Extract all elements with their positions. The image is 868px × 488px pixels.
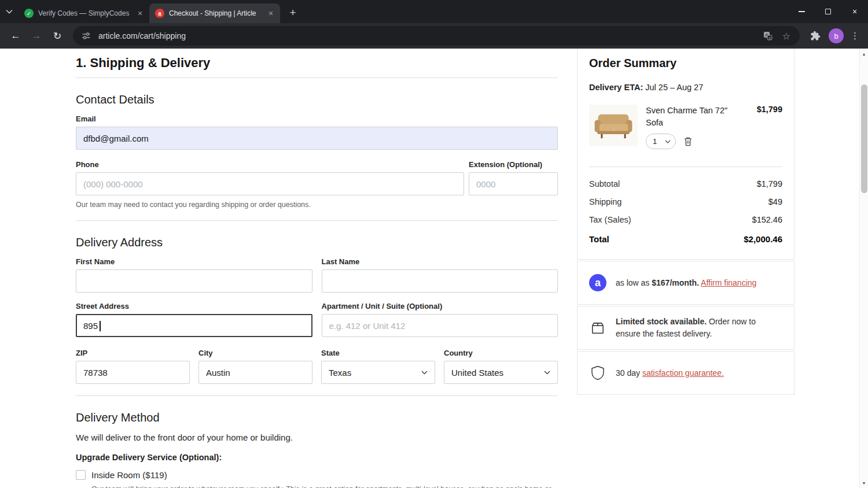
zip-input[interactable] (76, 361, 190, 384)
section-divider (76, 395, 558, 396)
phone-label: Phone (76, 160, 464, 169)
order-summary-heading: Order Summary (589, 57, 782, 70)
country-selected-value: United States (451, 368, 503, 378)
trash-icon (683, 136, 693, 146)
last-name-label: Last Name (322, 257, 558, 266)
delivery-method-description: We will deliver to the front door of you… (76, 432, 558, 442)
first-name-label: First Name (76, 257, 312, 266)
address-bar[interactable]: article.com/cart/shipping Aa ☆ (73, 26, 800, 46)
remove-item-button[interactable] (683, 136, 693, 146)
email-label: Email (76, 114, 558, 123)
bookmark-star-icon[interactable]: ☆ (780, 29, 793, 42)
phone-input[interactable] (76, 172, 464, 195)
minimize-button[interactable] (788, 0, 815, 23)
affirm-text: as low as $167/month. Affirm financing (616, 277, 756, 289)
chevron-down-icon (421, 371, 428, 375)
country-select[interactable]: United States (444, 361, 558, 384)
inside-room-checkbox[interactable] (76, 470, 86, 480)
new-tab-button[interactable]: + (285, 5, 301, 21)
sofa-illustration (593, 109, 634, 142)
cart-item: Sven Charme Tan 72" Sofa $1,799 1 (589, 105, 782, 149)
browser-window: ✓ Verify Codes — SimplyCodes × a Checkou… (0, 0, 868, 488)
tax-value: $152.46 (752, 211, 782, 229)
affirm-financing-box: a as low as $167/month. Affirm financing (577, 261, 795, 305)
zip-label: ZIP (76, 349, 190, 357)
chevron-down-icon (6, 9, 13, 14)
state-selected-value: Texas (329, 368, 351, 378)
tab-search-button[interactable] (0, 0, 19, 23)
simplycodes-favicon-icon: ✓ (24, 9, 34, 18)
extension-input[interactable] (469, 172, 558, 195)
browser-toolbar: ← → ↻ article.com/cart/shipping Aa ☆ b ⋮ (0, 23, 868, 49)
tax-label: Tax (Sales) (589, 211, 631, 229)
affirm-prefix: as low as (616, 278, 652, 287)
guarantee-text: 30 day satisfaction guarantee. (616, 367, 724, 379)
order-summary-box: Order Summary Delivery ETA: Jul 25 – Aug… (577, 49, 795, 260)
tab-close-icon[interactable]: × (266, 9, 275, 18)
shield-icon (589, 365, 606, 380)
state-select[interactable]: Texas (321, 361, 435, 384)
apartment-input[interactable] (322, 314, 558, 337)
affirm-financing-link[interactable]: Affirm financing (701, 278, 756, 287)
profile-avatar[interactable]: b (829, 28, 844, 43)
maximize-button[interactable] (815, 0, 841, 23)
tab-simplycodes[interactable]: ✓ Verify Codes — SimplyCodes × (19, 3, 149, 23)
scrollbar-thumb[interactable] (861, 84, 867, 193)
back-button[interactable]: ← (6, 26, 25, 46)
maximize-icon (825, 9, 831, 14)
street-address-label: Street Address (76, 302, 312, 310)
scroll-up-arrow[interactable]: ▲ (860, 50, 868, 58)
total-label: Total (589, 234, 609, 244)
subtotal-label: Subtotal (589, 175, 620, 193)
tab-bar: ✓ Verify Codes — SimplyCodes × a Checkou… (0, 0, 868, 23)
tax-row: Tax (Sales) $152.46 (589, 211, 782, 229)
contact-details-heading: Contact Details (76, 93, 558, 106)
street-address-input[interactable] (76, 314, 312, 337)
tab-article-checkout[interactable]: a Checkout - Shipping | Article × (149, 3, 280, 23)
shipping-value: $49 (768, 193, 782, 211)
first-name-input[interactable] (76, 269, 312, 293)
affirm-amount: $167/month. (652, 278, 699, 287)
translate-icon[interactable]: Aa (762, 29, 774, 42)
limited-stock-box: Limited stock available. Order now to en… (577, 306, 795, 350)
shipping-form: 1. Shipping & Delivery Contact Details E… (76, 49, 558, 488)
shipping-row: Shipping $49 (589, 193, 782, 211)
extension-label: Extension (Optional) (469, 160, 558, 169)
apartment-label: Apartment / Unit / Suite (Optional) (322, 302, 558, 310)
close-window-button[interactable]: × (841, 0, 868, 23)
checkout-page: 1. Shipping & Delivery Contact Details E… (0, 49, 859, 488)
browser-menu-icon[interactable]: ⋮ (851, 31, 859, 41)
stock-notice-text: Limited stock available. Order now to en… (616, 316, 782, 340)
affirm-logo-icon: a (589, 274, 606, 291)
city-label: City (198, 349, 312, 357)
total-row: Total $2,000.46 (589, 234, 782, 244)
extensions-icon[interactable] (809, 29, 822, 42)
guarantee-box: 30 day satisfaction guarantee. (577, 351, 795, 395)
forward-button[interactable]: → (27, 26, 46, 46)
page-scrollbar[interactable]: ▲ ▼ (859, 49, 868, 488)
package-icon (589, 320, 606, 335)
tab-close-icon[interactable]: × (135, 9, 145, 18)
shipping-label: Shipping (589, 193, 621, 211)
email-input[interactable] (76, 127, 558, 150)
url-text[interactable]: article.com/cart/shipping (98, 31, 756, 40)
delivery-eta-value: Jul 25 – Aug 27 (645, 83, 703, 92)
contact-helper-text: Our team may need to contact you regardi… (76, 201, 558, 209)
tab-title: Verify Codes — SimplyCodes (38, 9, 131, 17)
product-name[interactable]: Sven Charme Tan 72" Sofa (646, 105, 736, 129)
section-divider (76, 77, 558, 78)
site-info-icon[interactable] (80, 29, 93, 42)
scroll-down-arrow[interactable]: ▼ (860, 479, 868, 487)
upgrade-service-label: Upgrade Delivery Service (Optional): (76, 453, 558, 462)
city-input[interactable] (198, 361, 312, 384)
inside-room-label: Inside Room ($119) (91, 470, 167, 480)
last-name-input[interactable] (322, 269, 558, 293)
subtotal-row: Subtotal $1,799 (589, 175, 782, 193)
product-image[interactable] (589, 105, 638, 146)
quantity-select[interactable]: 1 (646, 134, 676, 149)
minimize-icon (799, 11, 805, 12)
chevron-down-icon (544, 371, 550, 375)
satisfaction-guarantee-link[interactable]: satisfaction guarantee. (642, 368, 724, 378)
guarantee-prefix: 30 day (616, 368, 642, 378)
reload-button[interactable]: ↻ (47, 26, 67, 46)
